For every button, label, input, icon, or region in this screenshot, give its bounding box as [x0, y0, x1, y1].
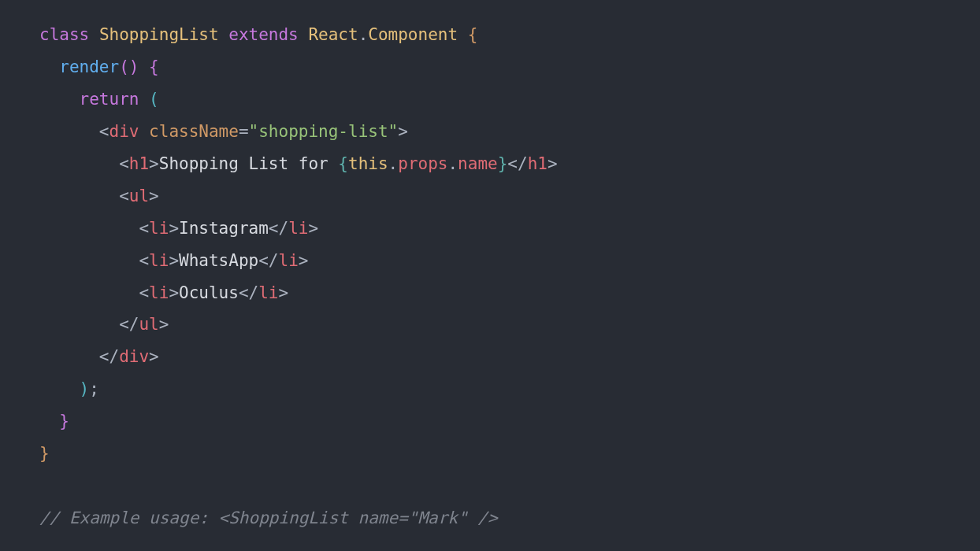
angle-open: <	[139, 283, 149, 302]
dot: .	[447, 154, 458, 173]
slash: /	[110, 347, 120, 366]
angle-open: <	[269, 219, 279, 238]
angle-close: >	[308, 219, 318, 238]
angle-close: >	[149, 187, 159, 205]
angle-open: <	[239, 283, 249, 302]
class-name: ShoppingList	[99, 25, 219, 44]
angle-close: >	[299, 251, 309, 270]
react-ident: React	[308, 25, 358, 44]
li-text-3: Oculus	[179, 283, 239, 302]
paren-open: (	[149, 90, 159, 109]
angle-close: >	[149, 347, 159, 366]
angle-close: >	[149, 154, 159, 173]
tag-li-close: li	[288, 219, 308, 238]
slash: /	[129, 315, 139, 334]
angle-close: >	[169, 219, 179, 238]
brace-close: }	[39, 444, 50, 463]
comment-line: // Example usage: <ShoppingList name="Ma…	[39, 508, 498, 527]
angle-close: >	[169, 251, 179, 270]
angle-open: <	[507, 154, 518, 173]
angle-close: >	[169, 283, 179, 302]
dot: .	[358, 25, 369, 44]
angle-open: <	[99, 122, 110, 141]
tag-h1: h1	[129, 154, 149, 173]
keyword-extends: extends	[228, 25, 299, 44]
h1-text: Shopping List for	[159, 154, 339, 173]
angle-open: <	[139, 219, 149, 238]
tag-ul: ul	[129, 187, 149, 205]
keyword-class: class	[39, 25, 89, 44]
slash: /	[518, 154, 528, 173]
semicolon: ;	[89, 379, 99, 398]
dot: .	[388, 154, 399, 173]
tag-div-close: div	[119, 347, 149, 366]
eq: =	[239, 122, 249, 141]
jsx-brace-open: {	[338, 154, 348, 173]
attr-classname: className	[149, 122, 239, 141]
method-render: render	[59, 57, 119, 76]
li-text-1: Instagram	[179, 219, 269, 238]
angle-close: >	[159, 315, 169, 334]
brace-close: }	[59, 412, 69, 431]
angle-open: <	[119, 187, 129, 205]
tag-li: li	[149, 219, 169, 238]
angle-open: <	[258, 251, 269, 270]
angle-close: >	[398, 122, 408, 141]
slash: /	[269, 251, 279, 270]
tag-ul-close: ul	[139, 315, 158, 334]
brace-open: {	[468, 25, 478, 44]
angle-close: >	[548, 154, 558, 173]
tag-li: li	[149, 283, 169, 302]
angle-open: <	[119, 154, 129, 173]
classname-value: shopping-list	[258, 122, 388, 141]
jsx-brace-close: }	[498, 154, 508, 173]
angle-close: >	[279, 283, 289, 302]
props: props	[398, 154, 447, 173]
slash: /	[249, 283, 259, 302]
angle-open: <	[99, 347, 110, 366]
quote: "	[249, 122, 259, 141]
tag-li-close: li	[279, 251, 299, 270]
parens: ()	[119, 57, 139, 76]
paren-close: )	[80, 379, 90, 398]
tag-li-close: li	[258, 283, 278, 302]
quote: "	[388, 122, 399, 141]
brace-open: {	[149, 57, 159, 76]
tag-div: div	[110, 122, 139, 141]
tag-li: li	[149, 251, 169, 270]
component-ident: Component	[368, 25, 458, 44]
keyword-return: return	[80, 90, 139, 109]
tag-h1-close: h1	[528, 154, 548, 173]
code-editor[interactable]: class ShoppingList extends React.Compone…	[0, 0, 980, 551]
li-text-2: WhatsApp	[179, 251, 258, 270]
angle-open: <	[139, 251, 149, 270]
kw-this: this	[348, 154, 388, 173]
angle-open: <	[119, 315, 129, 334]
slash: /	[279, 219, 289, 238]
name-prop: name	[458, 154, 498, 173]
